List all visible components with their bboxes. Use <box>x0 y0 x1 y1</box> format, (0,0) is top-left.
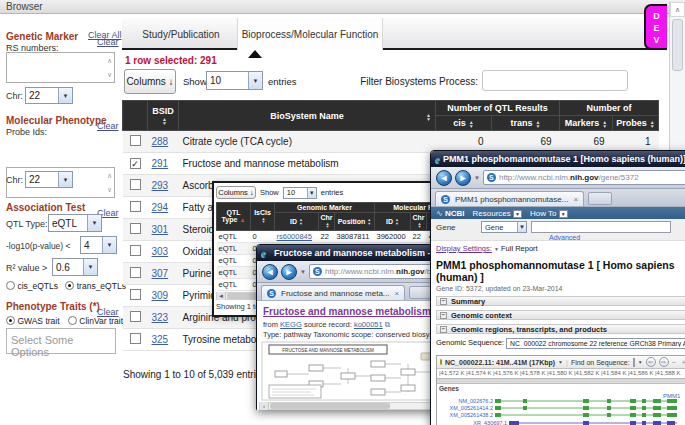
scroll-up-icon[interactable]: ∧ <box>670 2 685 17</box>
molecular-phenotype-clear[interactable]: Clear <box>97 115 119 133</box>
r2-select[interactable]: 0.6▼ <box>52 258 98 276</box>
show-entries-select[interactable]: 10▼ <box>206 71 263 90</box>
marker-chr-header[interactable]: Chr <box>319 213 335 231</box>
marker-position-header[interactable]: Position <box>335 213 375 231</box>
section-summary[interactable]: −Summary <box>436 296 685 306</box>
trans-column-header[interactable]: trans <box>492 116 560 131</box>
tab-study-publication[interactable]: Study/Publication <box>125 18 237 50</box>
forward-button[interactable]: ► <box>455 170 471 186</box>
bsid-link[interactable]: 294 <box>152 202 169 213</box>
section-genomic-context[interactable]: −Genomic context <box>436 310 685 320</box>
name-column-header[interactable]: BioSystem Name <box>179 101 436 131</box>
display-settings-link[interactable]: Display Settings: <box>436 244 492 253</box>
columns-button[interactable]: Columns ↓ <box>124 69 176 94</box>
find-input[interactable] <box>633 358 635 367</box>
chr-select-1[interactable]: 22▼ <box>25 87 73 104</box>
pan-left-button[interactable]: ⇦ <box>646 357 656 367</box>
history-dropdown-icon[interactable]: ▼ <box>300 269 306 275</box>
bsid-link[interactable]: 301 <box>152 224 169 235</box>
marker-id-header[interactable]: ID <box>275 213 319 231</box>
howto-menu[interactable]: How To ▼ <box>530 209 568 218</box>
collapse-icon[interactable]: − <box>440 326 447 333</box>
clinvar-trait-radio[interactable] <box>68 316 77 325</box>
browser-tab[interactable]: S Fructose and mannose meta... × <box>261 285 405 300</box>
scrollbar-thumb[interactable] <box>270 403 390 409</box>
probes-column-header[interactable]: Probes <box>613 116 659 131</box>
biosystem-record-link[interactable]: Fructose and mannose metabolism <box>263 306 431 317</box>
transcript-label[interactable]: XM_005261414.2 <box>450 405 493 411</box>
record-id-link[interactable]: ko00051 <box>354 320 383 329</box>
filter-input[interactable] <box>482 70 628 91</box>
row-checkbox[interactable] <box>130 179 141 190</box>
qtl-type-header[interactable]: QTL Type▲ <box>217 203 251 231</box>
popup-columns-button[interactable]: Columns ↓ <box>216 186 256 199</box>
section-genomic-regions[interactable]: −Genomic regions, transcripts, and produ… <box>436 324 685 334</box>
row-checkbox[interactable] <box>130 135 141 146</box>
history-dropdown-icon[interactable]: ▼ <box>474 175 480 181</box>
bsid-link[interactable]: 303 <box>152 246 169 257</box>
scroll-left-icon[interactable]: ◄ <box>217 292 226 300</box>
scroll-up-icon[interactable]: ∧ <box>107 172 112 179</box>
row-checkbox[interactable]: ✓ <box>130 158 141 169</box>
transcript-label[interactable]: XR_430697.1 <box>473 420 507 425</box>
bsid-link[interactable]: 293 <box>152 180 169 191</box>
resources-menu[interactable]: Resources ▼ <box>473 209 522 218</box>
rsid-link[interactable]: rs6000845 <box>277 232 312 241</box>
address-bar[interactable]: S http://www.ncbi.nlm.nih.gov/gene/5372 <box>483 170 685 185</box>
cis-column-header[interactable]: cis <box>436 116 492 131</box>
close-tab-icon[interactable]: × <box>395 289 400 298</box>
scrollbar-thumb[interactable] <box>672 19 683 71</box>
gene-symbol-label[interactable]: PMM1 <box>663 393 681 399</box>
bsid-link[interactable]: 325 <box>152 334 169 345</box>
row-checkbox[interactable] <box>130 245 141 256</box>
database-select[interactable]: Gene▼ <box>481 221 527 233</box>
qtl-type-select[interactable]: eQTL▼ <box>48 214 102 232</box>
pvalue-select[interactable]: 4▼ <box>80 236 117 254</box>
row-checkbox[interactable] <box>130 311 141 322</box>
scroll-down-icon[interactable]: ∨ <box>107 71 112 78</box>
transcript-label[interactable]: NM_002676.2 <box>458 398 493 404</box>
rs-numbers-input[interactable]: ∧ ∨ <box>6 52 115 83</box>
markers-column-header[interactable]: Markers <box>560 116 613 131</box>
collapse-icon[interactable]: − <box>440 298 447 305</box>
collapse-icon[interactable]: − <box>440 312 447 319</box>
chr-select-2[interactable]: 22▼ <box>25 171 73 188</box>
bsid-link[interactable]: 288 <box>152 136 169 147</box>
transcript-label[interactable]: XM_005261438.2 <box>450 412 493 418</box>
probe-id-header[interactable]: ID <box>375 213 411 231</box>
popup-show-select[interactable]: 10▼ <box>283 187 317 199</box>
bsid-link[interactable]: 307 <box>152 268 169 279</box>
row-checkbox[interactable] <box>130 289 141 300</box>
bsid-link[interactable]: 323 <box>152 312 169 323</box>
bsid-column-header[interactable]: BSID <box>148 101 179 131</box>
forward-button[interactable]: ► <box>281 264 297 280</box>
tab-bioprocess-molecular-function[interactable]: Bioprocess/Molecular Function <box>237 18 383 50</box>
genetic-marker-clear[interactable]: Clear <box>97 31 119 49</box>
scroll-left-icon[interactable]: ‹ <box>260 402 269 410</box>
gwas-trait-radio[interactable] <box>6 316 15 325</box>
trait-options-input[interactable]: Select Some Options <box>6 328 116 354</box>
back-button[interactable]: ◄ <box>262 264 278 280</box>
row-checkbox[interactable] <box>130 223 141 234</box>
cis-eqtls-radio[interactable] <box>6 281 15 290</box>
viewer-location[interactable]: NC_000022.11: 41M..41M (17Kbp) <box>445 359 555 366</box>
kegg-link[interactable]: KEGG <box>280 320 302 329</box>
row-checkbox[interactable] <box>130 267 141 278</box>
bsid-link[interactable]: 291 <box>152 158 169 169</box>
back-button[interactable]: ◄ <box>436 170 452 186</box>
window-titlebar[interactable]: e PMM1 phosphomannomutase 1 [Homo sapien… <box>431 151 685 167</box>
row-checkbox[interactable] <box>130 201 141 212</box>
search-input[interactable] <box>531 221 671 233</box>
iscis-header[interactable]: IsCis <box>251 203 275 231</box>
probe-chr-header[interactable]: Chr <box>411 213 427 231</box>
genomic-sequence-select[interactable]: NC_000022 chromosome 22 reference GRCh38… <box>506 338 685 349</box>
ncbi-logo[interactable]: ∿ NCBI <box>436 209 465 218</box>
close-tab-icon[interactable]: × <box>573 195 578 204</box>
bsid-link[interactable]: 309 <box>152 290 169 301</box>
advanced-link[interactable]: Advanced <box>549 234 580 241</box>
row-checkbox[interactable] <box>130 333 141 344</box>
dev-side-tab[interactable]: DEV <box>644 4 667 50</box>
new-tab-button[interactable] <box>588 192 612 205</box>
trans-eqtls-radio[interactable] <box>65 281 74 290</box>
scroll-down-icon[interactable]: ∨ <box>107 186 112 193</box>
